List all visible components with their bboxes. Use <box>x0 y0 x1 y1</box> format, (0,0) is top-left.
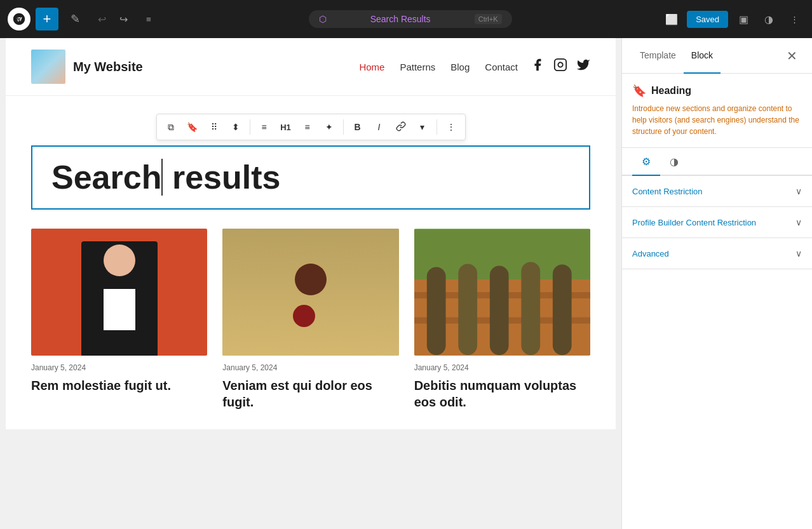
post-title-2: Veniam est qui dolor eos fugit. <box>222 377 398 410</box>
site-logo-area: My Website <box>31 50 143 84</box>
accordion-content-restriction: Content Restriction ∨ <box>622 176 812 207</box>
link-button[interactable] <box>391 117 411 137</box>
accordion-advanced: Advanced ∨ <box>622 238 812 269</box>
styles-icon: ◑ <box>670 156 679 168</box>
post-card-1[interactable]: January 5, 2024 Rem molestiae fugit ut. <box>31 229 207 410</box>
heading-info: 🔖 Heading Introduce new sections and org… <box>622 74 812 148</box>
bold-icon: B <box>354 122 360 132</box>
h1-label: H1 <box>280 123 291 132</box>
subtab-styles[interactable]: ◑ <box>660 148 688 176</box>
post-paper <box>104 289 135 330</box>
site-logo-image <box>31 50 65 84</box>
svg-rect-6 <box>426 267 445 356</box>
more-format-button[interactable]: ▾ <box>412 117 433 137</box>
contrast-button[interactable]: ◑ <box>759 9 779 29</box>
post-title-3: Debitis numquam voluptas eos odit. <box>414 377 590 410</box>
block-toolbar: ⧉ 🔖 ⠿ ⬍ ≡ <box>156 114 466 140</box>
post-card-3[interactable]: January 5, 2024 Debitis numquam voluptas… <box>414 229 590 410</box>
block-options-icon: ⋮ <box>447 122 456 132</box>
add-block-button[interactable]: + <box>36 8 58 30</box>
twitter-icon[interactable] <box>576 58 590 76</box>
italic-icon: I <box>378 122 381 132</box>
chevron-down-icon-1: ∨ <box>795 186 802 196</box>
nav-contact[interactable]: Contact <box>485 62 518 72</box>
wordpress-logo[interactable] <box>8 8 30 30</box>
bookmark-block-button[interactable]: 🔖 <box>182 117 203 137</box>
subtab-settings[interactable]: ⚙ <box>632 148 660 176</box>
panel-header: Template Block ✕ <box>622 38 812 74</box>
edit-button[interactable]: ✎ <box>64 8 86 30</box>
post-card-2[interactable]: January 5, 2024 Veniam est qui dolor eos… <box>222 229 398 410</box>
block-options-button[interactable]: ⋮ <box>441 117 461 137</box>
heading-block[interactable]: Search results <box>31 145 590 210</box>
block-description: Introduce new sections and organize cont… <box>632 103 802 137</box>
svg-rect-8 <box>490 266 509 356</box>
heading-text-results: results <box>172 159 281 196</box>
heading-level-button[interactable]: H1 <box>276 117 296 137</box>
menu-button[interactable]: ≡ <box>139 9 159 29</box>
post-date-2: January 5, 2024 <box>222 363 398 372</box>
more-format-icon: ▾ <box>420 122 424 132</box>
chevron-down-icon-2: ∨ <box>795 217 802 227</box>
accordion-content-restriction-header[interactable]: Content Restriction ∨ <box>622 176 812 206</box>
view-button[interactable]: ⬜ <box>661 9 682 29</box>
bookmark-icon: 🔖 <box>187 122 198 132</box>
accordion-advanced-header[interactable]: Advanced ∨ <box>622 238 812 269</box>
plus-icon: + <box>43 11 51 27</box>
nav-home[interactable]: Home <box>359 62 384 72</box>
heading-cursor <box>161 159 172 196</box>
search-bar-center: ⬡ Search Results Ctrl+K <box>164 10 656 28</box>
accordion-profile-builder-header[interactable]: Profile Builder Content Restriction ∨ <box>622 207 812 238</box>
chevron-down-icon-3: ∨ <box>795 248 802 258</box>
redo-button[interactable]: ↪ <box>113 9 133 29</box>
svg-rect-0 <box>555 59 566 70</box>
post-head <box>104 244 135 276</box>
wax-stamp <box>295 264 327 295</box>
accordion-profile-builder-title: Profile Builder Content Restriction <box>632 218 795 227</box>
drag-handle[interactable]: ⠿ <box>204 117 224 137</box>
align-left-button[interactable]: ≡ <box>254 117 274 137</box>
right-panel: Template Block ✕ 🔖 Heading Introduce new… <box>621 38 812 529</box>
undo-button[interactable]: ↩ <box>91 9 112 29</box>
editor-area[interactable]: My Website Home Patterns Blog Contact <box>0 38 621 529</box>
post-date-1: January 5, 2024 <box>31 363 207 372</box>
search-bar[interactable]: ⬡ Search Results Ctrl+K <box>309 10 512 28</box>
accordion-profile-builder: Profile Builder Content Restriction ∨ <box>622 207 812 238</box>
history-buttons: ↩ ↪ <box>91 9 133 29</box>
transform-button[interactable]: ✦ <box>319 117 339 137</box>
main-layout: My Website Home Patterns Blog Contact <box>0 38 812 529</box>
search-shortcut: Ctrl+K <box>475 14 502 24</box>
wax-seal <box>293 305 315 327</box>
nav-patterns[interactable]: Patterns <box>400 62 435 72</box>
more-options-button[interactable]: ⋮ <box>784 9 804 29</box>
bold-button[interactable]: B <box>348 117 368 137</box>
tab-template[interactable]: Template <box>632 38 684 74</box>
post-date-3: January 5, 2024 <box>414 363 590 372</box>
move-button[interactable]: ⬍ <box>226 117 246 137</box>
tab-block[interactable]: Block <box>684 38 721 74</box>
posts-grid: January 5, 2024 Rem molestiae fugit ut. … <box>6 210 616 429</box>
nav-blog[interactable]: Blog <box>450 62 470 72</box>
post-image-1 <box>31 229 207 356</box>
post-img-2-inner <box>222 229 398 356</box>
post-img-3-inner <box>414 229 590 356</box>
layout-button[interactable]: ▣ <box>733 9 754 29</box>
saved-button[interactable]: Saved <box>687 11 728 28</box>
pencil-icon: ✎ <box>71 12 80 26</box>
align-left-icon: ≡ <box>261 122 266 132</box>
italic-button[interactable]: I <box>369 117 389 137</box>
editor-scroll: My Website Home Patterns Blog Contact <box>0 38 621 529</box>
search-results-heading[interactable]: Search results <box>51 159 570 196</box>
link-icon <box>396 121 406 133</box>
svg-rect-9 <box>521 262 540 356</box>
contrast-icon: ◑ <box>764 13 773 25</box>
svg-rect-7 <box>458 264 477 356</box>
post-image-2 <box>222 229 398 356</box>
align-center-button[interactable]: ≡ <box>297 117 318 137</box>
admin-bar-left: + ✎ ↩ ↪ ≡ <box>8 8 159 30</box>
facebook-icon[interactable] <box>531 58 545 76</box>
copy-block-button[interactable]: ⧉ <box>161 117 181 137</box>
instagram-icon[interactable] <box>553 58 567 76</box>
panel-close-button[interactable]: ✕ <box>782 46 802 66</box>
site-nav: Home Patterns Blog Contact <box>359 62 518 72</box>
